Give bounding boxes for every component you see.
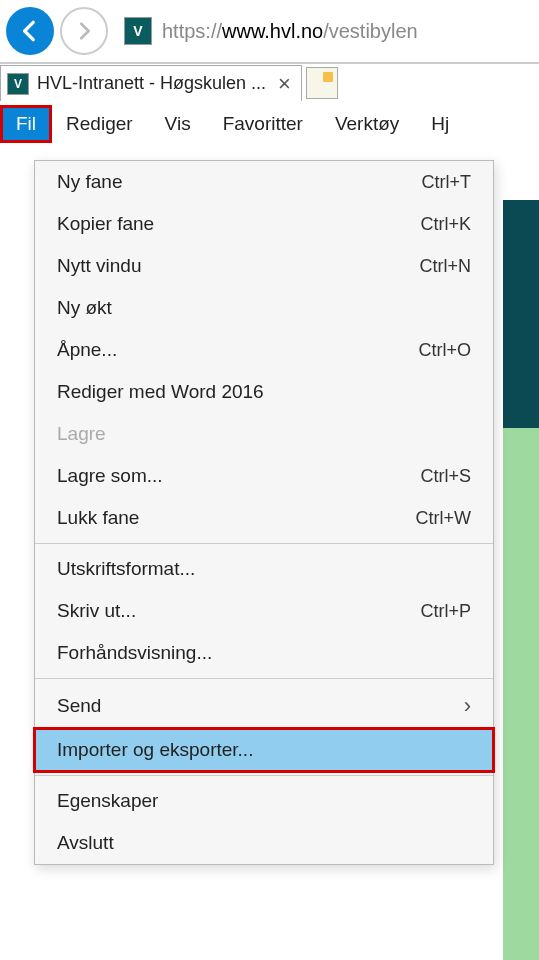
menu-item[interactable]: Egenskaper	[35, 780, 493, 822]
menu-item-label: Kopier fane	[57, 213, 154, 235]
back-button[interactable]	[6, 7, 54, 55]
address-bar[interactable]: https://www.hvl.no/vestibylen	[158, 20, 533, 43]
menu-item-label: Rediger med Word 2016	[57, 381, 264, 403]
menu-item-label: Forhåndsvisning...	[57, 642, 212, 664]
menu-rediger[interactable]: Rediger	[50, 107, 149, 141]
menu-item-label: Lukk fane	[57, 507, 139, 529]
menu-item-shortcut: Ctrl+O	[418, 340, 471, 361]
menu-item: Lagre	[35, 413, 493, 455]
menu-item[interactable]: Ny økt	[35, 287, 493, 329]
menu-item-shortcut: Ctrl+S	[420, 466, 471, 487]
tab-favicon: V	[7, 73, 29, 95]
menu-item[interactable]: Ny faneCtrl+T	[35, 161, 493, 203]
url-favicon: V	[124, 17, 152, 45]
tab-close-button[interactable]: ×	[274, 71, 295, 97]
browser-tab[interactable]: V HVL-Intranett - Høgskulen ... ×	[0, 65, 302, 101]
menu-item[interactable]: Lukk faneCtrl+W	[35, 497, 493, 539]
url-path: /vestibylen	[323, 20, 418, 42]
menu-item-shortcut: Ctrl+T	[422, 172, 472, 193]
menu-item-label: Avslutt	[57, 832, 114, 854]
menu-verktoy[interactable]: Verktøy	[319, 107, 415, 141]
menu-item[interactable]: Importer og eksporter...	[35, 729, 493, 771]
menu-item-label: Skriv ut...	[57, 600, 136, 622]
menu-item[interactable]: Kopier faneCtrl+K	[35, 203, 493, 245]
menu-item-label: Utskriftsformat...	[57, 558, 195, 580]
menu-fil[interactable]: Fil	[2, 107, 50, 141]
tab-title: HVL-Intranett - Høgskulen ...	[37, 73, 266, 94]
menu-item-label: Ny fane	[57, 171, 122, 193]
menu-item-shortcut: Ctrl+W	[416, 508, 472, 529]
menu-item[interactable]: Rediger med Word 2016	[35, 371, 493, 413]
menu-separator	[35, 543, 493, 544]
menu-item-label: Lagre som...	[57, 465, 163, 487]
chevron-right-icon	[464, 693, 471, 719]
menu-item[interactable]: Utskriftsformat...	[35, 548, 493, 590]
menu-vis[interactable]: Vis	[149, 107, 207, 141]
menu-item-label: Send	[57, 695, 101, 717]
menu-item-label: Importer og eksporter...	[57, 739, 253, 761]
menu-item[interactable]: Nytt vinduCtrl+N	[35, 245, 493, 287]
menu-separator	[35, 775, 493, 776]
menu-favoritter[interactable]: Favoritter	[207, 107, 319, 141]
menu-item[interactable]: Lagre som...Ctrl+S	[35, 455, 493, 497]
menu-item[interactable]: Åpne...Ctrl+O	[35, 329, 493, 371]
menu-item-label: Lagre	[57, 423, 106, 445]
menu-item-shortcut: Ctrl+K	[420, 214, 471, 235]
menu-separator	[35, 678, 493, 679]
page-background	[503, 200, 539, 960]
menu-item-shortcut: Ctrl+N	[419, 256, 471, 277]
menu-item[interactable]: Avslutt	[35, 822, 493, 864]
menu-item-label: Nytt vindu	[57, 255, 141, 277]
url-host: www.hvl.no	[222, 20, 323, 42]
menu-item-label: Åpne...	[57, 339, 117, 361]
new-tab-button[interactable]	[306, 67, 338, 99]
menu-bar: Fil Rediger Vis Favoritter Verktøy Hj	[0, 102, 539, 146]
menu-item-shortcut: Ctrl+P	[420, 601, 471, 622]
menu-item-label: Ny økt	[57, 297, 112, 319]
menu-item-label: Egenskaper	[57, 790, 158, 812]
url-scheme: https://	[162, 20, 222, 42]
menu-hjelp[interactable]: Hj	[415, 107, 465, 141]
forward-button	[60, 7, 108, 55]
menu-item[interactable]: Send	[35, 683, 493, 729]
menu-item[interactable]: Skriv ut...Ctrl+P	[35, 590, 493, 632]
fil-dropdown-menu: Ny faneCtrl+TKopier faneCtrl+KNytt vindu…	[34, 160, 494, 865]
menu-item[interactable]: Forhåndsvisning...	[35, 632, 493, 674]
